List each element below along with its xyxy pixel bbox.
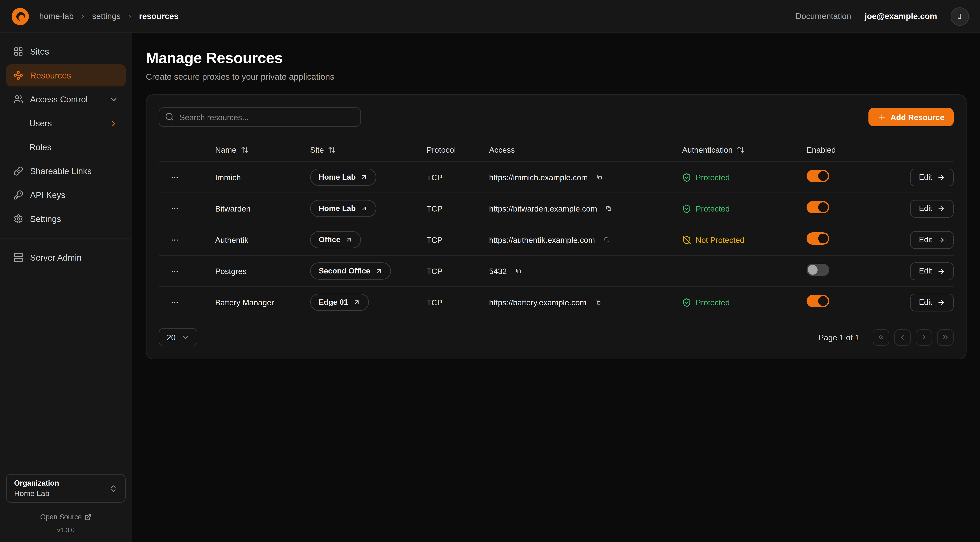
next-page-button[interactable] <box>916 329 932 346</box>
edit-button[interactable]: Edit <box>910 168 954 186</box>
main-content: Manage Resources Create secure proxies t… <box>132 33 980 542</box>
version-label: v1.3.0 <box>57 526 75 533</box>
breadcrumb-settings[interactable]: settings <box>92 12 121 21</box>
edit-button[interactable]: Edit <box>910 200 954 217</box>
sidebar-item-shareable-links[interactable]: Shareable Links <box>6 160 126 182</box>
chevron-right-icon <box>126 13 134 20</box>
chevrons-right-icon <box>942 333 949 341</box>
site-link-button[interactable]: Office <box>310 231 361 248</box>
arrow-right-icon <box>937 204 945 212</box>
last-page-button[interactable] <box>937 329 954 346</box>
external-link-icon <box>85 513 92 520</box>
add-resource-label: Add Resource <box>891 113 945 122</box>
sort-icon <box>241 146 249 154</box>
gear-icon <box>13 214 23 224</box>
sidebar-item-api-keys[interactable]: API Keys <box>6 184 126 206</box>
site-link-button[interactable]: Second Office <box>310 262 391 280</box>
table-row: Postgres Second Office TCP 5432 - Edit <box>159 255 954 286</box>
header-authentication[interactable]: Authentication <box>682 145 807 154</box>
site-link-button[interactable]: Home Lab <box>310 200 377 217</box>
topbar-right: Documentation joe@example.com J <box>795 7 969 26</box>
toggle-knob <box>808 265 818 275</box>
toggle-knob <box>818 296 828 306</box>
previous-page-button[interactable] <box>894 329 911 346</box>
edit-button[interactable]: Edit <box>910 231 954 249</box>
auth-status: - <box>682 266 807 276</box>
resource-access-url[interactable]: 5432 <box>489 266 507 276</box>
edit-button-label: Edit <box>919 236 932 244</box>
pangolin-logo-icon[interactable] <box>11 7 29 26</box>
organization-selector[interactable]: Organization Home Lab <box>6 474 126 503</box>
edit-button[interactable]: Edit <box>910 293 954 311</box>
copy-button[interactable] <box>600 234 612 246</box>
resource-protocol: TCP <box>426 204 489 213</box>
avatar[interactable]: J <box>951 7 969 26</box>
header-name[interactable]: Name <box>215 145 310 154</box>
arrow-up-right-icon <box>345 236 353 244</box>
edit-button-label: Edit <box>919 204 932 213</box>
breadcrumb-resources[interactable]: resources <box>139 12 178 21</box>
edit-button-label: Edit <box>919 173 932 182</box>
shield-off-icon <box>682 235 691 244</box>
sidebar-item-sites[interactable]: Sites <box>6 40 126 62</box>
copy-icon <box>604 236 609 244</box>
chevron-right-icon <box>109 119 118 128</box>
sidebar-item-access-control[interactable]: Access Control <box>6 88 126 110</box>
users-icon <box>13 94 23 104</box>
edit-button[interactable]: Edit <box>910 262 954 280</box>
site-link-button[interactable]: Home Lab <box>310 169 377 186</box>
toggle-knob <box>818 202 828 212</box>
search-input[interactable] <box>159 107 361 127</box>
enabled-toggle[interactable] <box>807 201 829 214</box>
sidebar-item-server-admin[interactable]: Server Admin <box>6 247 126 269</box>
enabled-toggle[interactable] <box>807 295 829 307</box>
resource-access-url[interactable]: https://bitwarden.example.com <box>489 204 597 213</box>
add-resource-button[interactable]: Add Resource <box>869 108 954 126</box>
copy-button[interactable] <box>512 265 525 277</box>
ellipsis-icon <box>170 235 179 244</box>
documentation-link[interactable]: Documentation <box>795 12 851 21</box>
page-size-select[interactable]: 20 <box>159 328 197 346</box>
resource-access-url[interactable]: https://immich.example.com <box>489 173 588 182</box>
auth-status-label: Not Protected <box>695 235 745 244</box>
sidebar-divider <box>0 238 132 239</box>
sidebar-item-roles[interactable]: Roles <box>6 136 126 158</box>
enabled-toggle[interactable] <box>807 264 829 276</box>
chevron-down-icon <box>181 333 189 341</box>
header-site[interactable]: Site <box>310 145 426 154</box>
header-enabled-label: Enabled <box>807 145 836 154</box>
arrow-right-icon <box>937 267 945 275</box>
copy-button[interactable] <box>592 296 604 308</box>
resource-access-url[interactable]: https://authentik.example.com <box>489 235 595 244</box>
arrow-right-icon <box>937 298 945 306</box>
first-page-button[interactable] <box>873 329 889 346</box>
sidebar-item-label: Resources <box>30 70 71 80</box>
table-row: Immich Home Lab TCP https://immich.examp… <box>159 161 954 193</box>
site-link-button[interactable]: Edge 01 <box>310 294 369 311</box>
search-icon <box>165 112 174 121</box>
resource-name: Authentik <box>215 235 310 244</box>
enabled-toggle[interactable] <box>807 170 829 182</box>
breadcrumb-home-lab[interactable]: home-lab <box>39 12 74 21</box>
sidebar-item-settings[interactable]: Settings <box>6 208 126 230</box>
open-source-link[interactable]: Open Source <box>40 513 92 521</box>
resource-protocol: TCP <box>426 266 489 276</box>
row-actions-button[interactable] <box>167 232 183 248</box>
grid-icon <box>13 46 23 56</box>
topbar: home-lab settings resources Documentatio… <box>0 0 980 33</box>
row-actions-button[interactable] <box>167 294 183 310</box>
copy-button[interactable] <box>593 171 606 183</box>
row-actions-button[interactable] <box>167 263 183 279</box>
copy-button[interactable] <box>603 202 615 215</box>
search-box <box>159 107 361 127</box>
row-actions-button[interactable] <box>167 169 183 185</box>
sidebar-item-users[interactable]: Users <box>6 112 126 134</box>
enabled-toggle[interactable] <box>807 233 829 245</box>
sidebar-item-label: Server Admin <box>30 253 81 262</box>
open-source-label: Open Source <box>40 513 82 521</box>
row-actions-button[interactable] <box>167 201 183 217</box>
shield-check-icon <box>682 173 691 182</box>
app-window: home-lab settings resources Documentatio… <box>0 0 980 542</box>
sidebar-item-resources[interactable]: Resources <box>6 64 126 86</box>
resource-access-url[interactable]: https://battery.example.com <box>489 298 586 307</box>
